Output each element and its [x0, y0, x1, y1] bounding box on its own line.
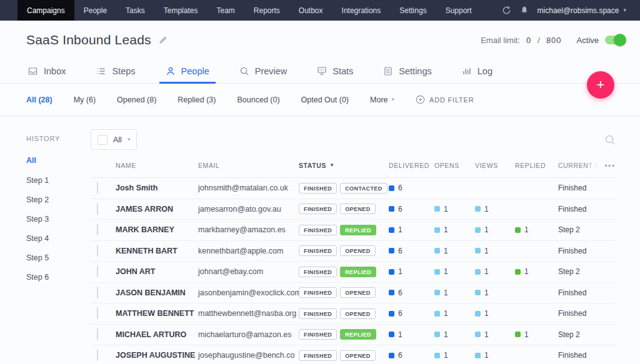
opens-square-icon	[434, 332, 440, 337]
prospect-email: johnsmith@matalan.co.uk	[198, 184, 299, 192]
sidebar-item-step-4[interactable]: Step 4	[26, 234, 91, 243]
sidebar-item-step-2[interactable]: Step 2	[26, 195, 91, 204]
nav-item-campaigns[interactable]: Campaigns	[18, 0, 74, 21]
notifications-bell-icon[interactable]	[520, 6, 529, 15]
current-step: Finished	[558, 351, 616, 360]
nav-item-people[interactable]: People	[74, 0, 116, 21]
row-checkbox-cell	[91, 182, 116, 194]
sidebar-item-step-5[interactable]: Step 5	[26, 253, 91, 262]
more-columns-ellipsis-icon[interactable]: •••	[604, 162, 616, 169]
table-row[interactable]: JOSEPH AUGUSTINEjosephaugustine@bench.co…	[91, 345, 616, 364]
status-badges: FINISHEDOPENED	[299, 287, 389, 298]
status-badge-replied: REPLIED	[340, 225, 376, 235]
opens-count-cell: 1	[434, 247, 475, 255]
filter-all-28[interactable]: All (28)	[26, 96, 52, 104]
current-step: Step 2	[558, 225, 616, 234]
row-checkbox[interactable]	[97, 265, 98, 277]
tab-preview[interactable]: Preview	[238, 59, 289, 83]
row-checkbox[interactable]	[97, 307, 98, 319]
row-checkbox[interactable]	[97, 328, 98, 340]
opens-count: 1	[444, 205, 448, 214]
bulk-select-dropdown[interactable]: All ▾	[91, 129, 137, 150]
sidebar-item-step-3[interactable]: Step 3	[26, 215, 91, 224]
tab-log[interactable]: Log	[461, 59, 494, 83]
tab-settings[interactable]: Settings	[382, 59, 432, 83]
row-checkbox[interactable]	[97, 349, 98, 361]
tab-label: Inbox	[44, 66, 66, 76]
status-badges: FINISHEDREPLIED	[299, 329, 389, 340]
row-checkbox[interactable]	[97, 224, 98, 235]
views-count-cell: 1	[475, 288, 515, 297]
current-step: Finished	[558, 288, 616, 297]
nav-item-settings[interactable]: Settings	[390, 0, 436, 21]
tab-label: Steps	[112, 66, 135, 76]
prospect-email: jasonbenjamin@exoclick.com	[198, 288, 299, 297]
nav-item-team[interactable]: Team	[207, 0, 244, 21]
nav-item-support[interactable]: Support	[436, 0, 481, 21]
sidebar-items: AllStep 1Step 2Step 3Step 4Step 5Step 6	[26, 156, 91, 282]
nav-item-reports[interactable]: Reports	[244, 0, 289, 21]
account-menu[interactable]: michael@robsims.space ▾	[538, 6, 626, 15]
opens-count-cell: 1	[434, 205, 475, 214]
nav-item-tasks[interactable]: Tasks	[116, 0, 154, 21]
filter-items: All (28)My (6)Opened (8)Replied (3)Bounc…	[26, 96, 349, 104]
status-badge-finished: FINISHED	[299, 308, 337, 319]
status-badge-contacted: CONTACTED	[340, 183, 387, 194]
table-row[interactable]: JOHN ARTjohnart@ebay.comFINISHEDREPLIED1…	[91, 262, 616, 283]
prospect-email: jamesarron@ato.gov.au	[198, 205, 299, 214]
table-row[interactable]: JAMES ARRONjamesarron@ato.gov.auFINISHED…	[91, 199, 616, 220]
stats-icon	[317, 66, 327, 76]
current-step: Step 2	[558, 267, 616, 276]
history-sidebar: HISTORY AllStep 1Step 2Step 3Step 4Step …	[0, 116, 91, 364]
table-row[interactable]: MICHAEL ARTUROmichaelarturo@amazon.esFIN…	[91, 325, 616, 346]
select-all-checkbox[interactable]	[98, 135, 108, 145]
row-checkbox-cell	[91, 224, 116, 235]
views-count: 1	[484, 225, 489, 234]
page-title: SaaS Inbound Leads	[26, 32, 151, 47]
views-count: 1	[484, 309, 489, 318]
people-filter-bar: All (28)My (6)Opened (8)Replied (3)Bounc…	[0, 84, 640, 116]
add-filter-label: ADD FILTER	[429, 96, 474, 104]
content: HISTORY AllStep 1Step 2Step 3Step 4Step …	[0, 116, 640, 364]
filter-bounced-0[interactable]: Bounced (0)	[237, 96, 279, 104]
sidebar-item-step-1[interactable]: Step 1	[26, 176, 91, 185]
row-checkbox[interactable]	[97, 287, 98, 298]
add-prospect-fab[interactable]: +	[587, 71, 614, 99]
filter-replied-3[interactable]: Replied (3)	[178, 96, 216, 104]
nav-item-outbox[interactable]: Outbox	[289, 0, 332, 21]
sidebar-item-step-6[interactable]: Step 6	[26, 273, 91, 282]
status-badge-opened: OPENED	[340, 287, 375, 298]
row-checkbox[interactable]	[97, 203, 98, 215]
campaign-active-toggle[interactable]	[605, 36, 625, 44]
sidebar-item-all[interactable]: All	[26, 156, 91, 165]
filter-opted-out-0[interactable]: Opted Out (0)	[301, 96, 349, 104]
nav-item-templates[interactable]: Templates	[154, 0, 208, 21]
search-icon	[239, 66, 249, 76]
add-filter-button[interactable]: ADD FILTER	[416, 95, 474, 104]
table-row[interactable]: Josh Smithjohnsmith@matalan.co.ukFINISHE…	[91, 178, 616, 199]
filter-my-6[interactable]: My (6)	[74, 96, 96, 104]
search-icon[interactable]	[604, 134, 616, 145]
tab-stats[interactable]: Stats	[316, 59, 354, 83]
table-row[interactable]: MATTHEW BENNETTmatthewbennett@nasba.orgF…	[91, 303, 616, 325]
email-limit-total: 800	[546, 36, 562, 45]
bulk-select-label: All	[113, 135, 122, 144]
opens-count-cell: 1	[434, 288, 475, 297]
tab-steps[interactable]: Steps	[94, 59, 136, 83]
tab-inbox[interactable]: Inbox	[26, 59, 67, 83]
edit-title-pencil-icon[interactable]	[159, 36, 168, 44]
table-row[interactable]: JASON BENJAMINjasonbenjamin@exoclick.com…	[91, 283, 616, 304]
filter-more-dropdown[interactable]: More ▾	[370, 96, 394, 104]
nav-item-integrations[interactable]: Integrations	[332, 0, 391, 21]
row-checkbox[interactable]	[97, 245, 98, 257]
tab-people[interactable]: People	[164, 59, 211, 83]
status-badge-finished: FINISHED	[299, 183, 337, 194]
replied-count: 1	[524, 267, 529, 276]
table-row[interactable]: KENNETH BARTkennethbart@apple.comFINISHE…	[91, 241, 616, 262]
table-row[interactable]: MARK BARNEYmarkbarney@amazon.esFINISHEDR…	[91, 220, 616, 241]
refresh-icon[interactable]	[502, 6, 511, 15]
row-checkbox[interactable]	[97, 182, 98, 194]
delivered-count: 1	[398, 225, 402, 234]
filter-opened-8[interactable]: Opened (8)	[117, 96, 156, 104]
column-header-status[interactable]: STATUS ▼	[299, 162, 389, 169]
